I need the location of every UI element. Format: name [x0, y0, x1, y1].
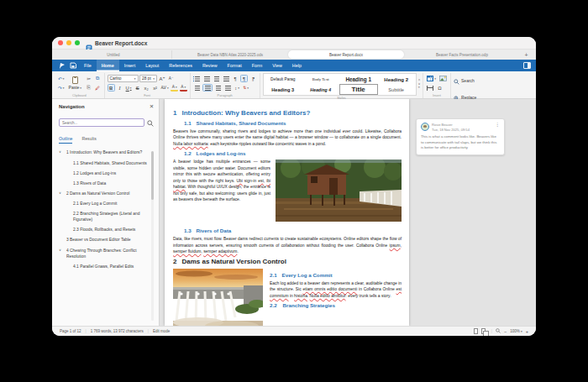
undo-icon[interactable]: ↶▾ — [57, 75, 66, 82]
nav-outline-item[interactable]: 4.1 Parallel Gnaws, Parallel Edits — [59, 264, 150, 269]
close-icon[interactable]: ✕ — [150, 104, 154, 109]
menu-insert[interactable]: Insert — [119, 60, 140, 71]
highlight-color-icon[interactable]: A▾ — [171, 84, 178, 92]
special-character-icon[interactable]: Ω — [436, 84, 444, 92]
menu-review[interactable]: Review — [197, 60, 223, 71]
character-formatting-icon[interactable]: A̶V▾ — [160, 84, 170, 92]
numbered-list-icon[interactable] — [202, 75, 211, 82]
bullet-list-icon[interactable] — [193, 75, 202, 82]
document-tab[interactable]: Beaver Facts Presentation.odp — [404, 50, 520, 59]
chevron-down-icon[interactable]: ∨ — [59, 191, 61, 196]
style-heading-4[interactable]: Heading 4 — [302, 85, 339, 94]
document-page[interactable]: 1Introduction: Why Beavers and Editors? … — [165, 99, 409, 326]
close-window-button[interactable] — [58, 40, 63, 45]
nav-tab-results[interactable]: Results — [81, 136, 96, 144]
menu-file[interactable]: File — [79, 60, 97, 71]
collabora-logo-icon[interactable] — [57, 61, 66, 70]
style-heading-3[interactable]: Heading 3 — [265, 85, 302, 94]
font-color-icon[interactable]: A▾ — [180, 84, 187, 92]
insert-field-icon[interactable] — [426, 84, 434, 92]
single-page-view-icon[interactable] — [474, 328, 478, 334]
document-tab[interactable]: Untitled — [55, 50, 171, 59]
nav-outline-item[interactable]: ∨1 Introduction: Why Beavers and Editors… — [59, 149, 150, 155]
increase-indent-icon[interactable] — [222, 75, 230, 82]
edit-mode[interactable]: Edit mode — [153, 329, 170, 333]
chevron-down-icon[interactable]: ∨ — [59, 248, 61, 253]
italic-button[interactable]: I — [116, 84, 123, 92]
menu-home[interactable]: Home — [97, 60, 119, 71]
document-tab[interactable]: Beaver Data NBN Atlas 2020-2025.ods — [171, 50, 288, 59]
underline-button[interactable]: U▾ — [125, 84, 133, 92]
zoom-window-button[interactable] — [75, 40, 80, 45]
new-tab-button[interactable]: + — [520, 50, 533, 59]
zoom-in-button[interactable]: + — [526, 329, 528, 334]
page-count[interactable]: Page 1 of 12 — [60, 329, 81, 333]
shrink-font-icon[interactable]: A⁻ — [167, 75, 175, 82]
style-heading-1[interactable]: Heading 1 — [340, 75, 377, 84]
nav-outline-item[interactable]: 1.3 Rivers of Data — [59, 181, 150, 186]
paste-button[interactable]: Paste▾ — [67, 76, 84, 90]
subscript-button[interactable]: x₂ — [143, 84, 150, 92]
menu-references[interactable]: References — [164, 60, 197, 71]
style-body-text[interactable]: Body Text — [302, 75, 339, 84]
sidebar-toggle-icon[interactable] — [523, 62, 531, 69]
comment-menu-icon[interactable]: ⋮ — [496, 123, 500, 132]
style-subtitle[interactable]: Subtitle — [378, 85, 415, 94]
grow-font-icon[interactable]: A⁺ — [159, 75, 166, 82]
minimize-window-button[interactable] — [66, 40, 71, 45]
comment-card[interactable]: Rosie Beaver Tue, 18 Nov 2025, 09:54 ⋮ T… — [416, 118, 505, 155]
paragraph-ltr-icon[interactable]: ¶ — [232, 75, 239, 82]
zoom-level[interactable]: 100% ▾ — [510, 329, 522, 333]
zoom-dialog-icon[interactable] — [496, 328, 501, 334]
decrease-indent-icon[interactable] — [213, 75, 221, 82]
menu-format[interactable]: Format — [223, 60, 247, 71]
style-title[interactable]: Title — [340, 85, 377, 94]
beaver-lodge-photo[interactable] — [276, 160, 402, 222]
nav-outline-item[interactable]: ∨4 Chewing Through Branches: Conflict Re… — [59, 248, 150, 259]
save-icon[interactable] — [68, 61, 77, 70]
justify-icon[interactable] — [223, 84, 232, 92]
paragraph-rtl-icon[interactable]: ¶ — [249, 75, 257, 82]
document-tab[interactable]: Beaver Report.docx — [288, 50, 404, 59]
style-default-parag[interactable]: Default Parag — [265, 75, 302, 84]
search-icon[interactable] — [147, 115, 154, 130]
align-right-icon[interactable] — [214, 84, 223, 92]
cut-icon[interactable]: ✂ — [85, 75, 92, 82]
font-size-select[interactable]: 28 pt▾ — [139, 75, 157, 82]
align-left-icon[interactable] — [193, 84, 202, 92]
nav-outline-item[interactable]: 2.3 Floods, Rollbacks, and Resets — [59, 227, 150, 233]
dam-photo[interactable] — [173, 269, 263, 326]
multi-page-view-icon[interactable] — [481, 328, 486, 334]
line-spacing-icon[interactable]: ↕▾ — [234, 84, 241, 92]
copy-icon[interactable]: ⧉ — [94, 75, 102, 82]
navigation-search-input[interactable] — [59, 118, 144, 127]
insert-table-icon[interactable]: ▾ — [426, 75, 437, 82]
menu-layout[interactable]: Layout — [140, 60, 164, 71]
formatting-marks-icon[interactable]: ¶ — [240, 75, 248, 82]
insert-image-icon[interactable] — [438, 75, 448, 82]
nav-outline-item[interactable]: 1.1 Shared Habitats, Shared Documents — [59, 160, 150, 166]
clone-formatting-icon[interactable]: 🖉 — [94, 84, 102, 92]
nav-scrollbar[interactable] — [151, 151, 154, 320]
nav-outline-item[interactable]: 1.2 Lodges and Log-ins — [59, 170, 150, 176]
nav-outline-item[interactable]: 2.2 Branching Strategies (Literal and Fi… — [59, 211, 150, 222]
chevron-down-icon[interactable]: ∨ — [59, 149, 61, 154]
menu-form[interactable]: Form — [247, 60, 268, 71]
superscript-button[interactable]: x² — [151, 84, 159, 92]
nav-tab-outline[interactable]: Outline — [59, 136, 72, 144]
font-name-select[interactable]: Carlito▾ — [108, 75, 139, 82]
nav-outline-item[interactable]: ∨2 Dams as Natural Version Control — [59, 191, 150, 196]
document-canvas[interactable]: 1Introduction: Why Beavers and Editors? … — [160, 99, 536, 326]
menu-view[interactable]: View — [267, 60, 287, 71]
nav-outline-item[interactable]: 2.1 Every Log a Commit — [59, 201, 150, 207]
paste-special-icon[interactable]: ⎘ — [85, 84, 92, 92]
style-heading-2[interactable]: Heading 2 — [378, 75, 415, 84]
word-count[interactable]: 1 769 words, 13 972 characters — [91, 329, 144, 333]
search-button[interactable]: Search — [454, 73, 477, 88]
styles-gallery-arrows[interactable]: ∧∨≡ — [418, 79, 421, 90]
menu-help[interactable]: Help — [287, 60, 307, 71]
strikethrough-button[interactable]: S — [134, 84, 141, 92]
redo-icon[interactable]: ↷▾ — [57, 84, 66, 92]
zoom-out-button[interactable]: − — [504, 329, 507, 334]
paragraph-spacing-icon[interactable]: ⇅▾ — [242, 84, 249, 92]
